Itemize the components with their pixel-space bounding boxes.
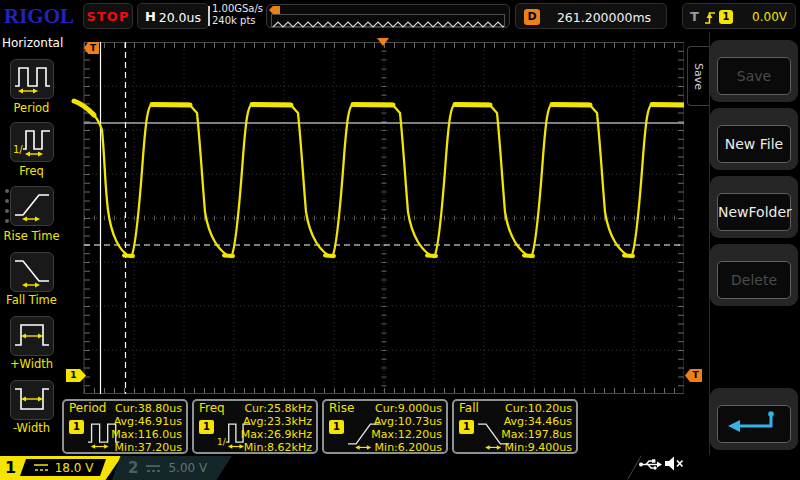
trigger-label: T	[690, 9, 699, 24]
softkey-save[interactable]: Save	[710, 40, 798, 102]
run-state-badge: STOP	[83, 3, 133, 29]
trigger-level-value: 0.00V	[752, 10, 787, 24]
menu-label-minus-width: -Width	[0, 421, 63, 435]
stat-avg: Avg:34.46us	[504, 415, 572, 428]
timebase-value: 20.0us	[159, 10, 201, 25]
delete-button[interactable]: Delete	[717, 261, 791, 299]
delay-block: D 261.200000ms	[515, 3, 667, 29]
stat-max: Max:12.20us	[371, 428, 442, 441]
menu-label-fall-time: Fall Time	[0, 293, 63, 307]
acquisition-info: 1.00GSa/s 240k pts	[212, 3, 264, 29]
measurement-name: Fall	[459, 401, 479, 415]
softkey-delete[interactable]: Delete	[710, 244, 798, 306]
trigger-position-preview-icon	[269, 6, 280, 14]
measurement-name: Freq	[199, 401, 225, 415]
softkey-back[interactable]	[710, 388, 798, 450]
svg-text:1/: 1/	[217, 437, 227, 447]
channel-badge: 1	[459, 420, 474, 434]
stat-avg: Avg:23.3kHz	[243, 415, 312, 428]
trigger-source-badge: 1	[719, 10, 733, 24]
stat-min: Min:6.200us	[375, 441, 442, 454]
back-button[interactable]	[717, 405, 791, 443]
menu-page-dot	[5, 189, 9, 193]
measurement-name: Rise	[329, 401, 354, 415]
channel1-number: 1	[5, 458, 16, 477]
period-icon	[11, 60, 53, 98]
measurement-panel-fall[interactable]: Fall 1 Cur:10.20us Avg:34.46us Max:197.8…	[452, 399, 578, 454]
channel2-scale: 5.00 V	[168, 461, 207, 475]
softkey-new-folder[interactable]: NewFolder	[710, 176, 798, 238]
measurement-panel-period[interactable]: Period 1 Cur:38.80us Avg:46.91us Max:116…	[62, 399, 188, 454]
menu-page-dot	[5, 219, 9, 223]
stat-max: Max:116.0us	[111, 428, 182, 441]
channel-badge: 1	[69, 420, 84, 434]
memory-depth: 240k pts	[212, 15, 264, 27]
menu-label-plus-width: +Width	[0, 357, 63, 371]
channel-badge: 1	[199, 420, 214, 434]
channel1-status[interactable]: 1 18.0 V	[0, 456, 122, 480]
graticule	[64, 42, 684, 395]
channel1-scale: 18.0 V	[55, 461, 94, 475]
menu-button-fall-time[interactable]	[10, 252, 54, 292]
rise-time-icon	[11, 187, 53, 225]
freq-icon: 1/	[11, 123, 53, 161]
channel2-number: 2	[128, 459, 138, 477]
usb-icon	[638, 457, 662, 472]
delay-value: 261.200000ms	[546, 10, 662, 25]
stat-cur: Cur:10.20us	[505, 402, 572, 415]
stat-max: Max:197.8us	[501, 428, 572, 441]
stat-cur: Cur:9.000us	[375, 402, 442, 415]
stat-max: Max:26.9kHz	[241, 428, 312, 441]
timebase-block: H 20.0us	[137, 3, 209, 29]
menu-button-rise-time[interactable]	[10, 186, 54, 226]
trigger-level-marker[interactable]: T	[685, 369, 702, 382]
dc-coupling-icon	[145, 464, 161, 473]
channel-badge: 1	[329, 420, 344, 434]
timebase-label: H	[145, 9, 156, 24]
trigger-block: T 1 0.00V	[682, 3, 796, 29]
stat-cur: Cur:25.8kHz	[244, 402, 312, 415]
stat-cur: Cur:38.80us	[115, 402, 182, 415]
fall-time-icon	[11, 253, 53, 291]
softkey-new-file[interactable]: New File	[710, 108, 798, 170]
trigger-position-marker-icon[interactable]	[377, 38, 389, 46]
menu-button-freq[interactable]: 1/	[10, 122, 54, 162]
measurement-panel-rise[interactable]: Rise 1 Cur:9.000us Avg:10.73us Max:12.20…	[322, 399, 448, 454]
right-menu-tab: Save	[687, 46, 709, 106]
memory-waveform-icon	[272, 19, 504, 30]
svg-text:1/: 1/	[13, 144, 23, 155]
stat-avg: Avg:10.73us	[374, 415, 442, 428]
stat-min: Min:8.62kHz	[244, 441, 312, 454]
menu-button-plus-width[interactable]	[10, 316, 54, 356]
stat-min: Min:37.20us	[115, 441, 182, 454]
rigol-logo: RIGOL	[4, 4, 74, 29]
menu-button-period[interactable]	[10, 59, 54, 99]
return-arrow-icon	[719, 406, 789, 436]
waveform-memory-preview[interactable]	[266, 4, 510, 28]
menu-button-minus-width[interactable]	[10, 380, 54, 420]
left-menu-title: Horizontal	[2, 36, 64, 50]
delay-badge: D	[524, 9, 540, 25]
save-button[interactable]: Save	[717, 57, 791, 95]
channel1-scale-box: 18.0 V	[20, 459, 106, 476]
memory-waveform-strip	[271, 14, 505, 27]
menu-label-period: Period	[0, 101, 63, 115]
minus-width-icon	[11, 381, 53, 419]
sample-rate: 1.00GSa/s	[212, 3, 264, 15]
dc-coupling-icon	[33, 463, 49, 472]
menu-label-freq: Freq	[0, 164, 63, 178]
new-file-button[interactable]: New File	[717, 125, 791, 163]
new-folder-button[interactable]: NewFolder	[717, 193, 791, 231]
menu-page-dot	[5, 209, 9, 213]
menu-label-rise-time: Rise Time	[0, 229, 63, 243]
channel2-status[interactable]: 2 5.00 V	[112, 456, 232, 480]
memory-depth-icon	[208, 6, 210, 26]
menu-page-dot	[5, 199, 9, 203]
stat-min: Min:9.400us	[505, 441, 572, 454]
plus-width-icon	[11, 317, 53, 355]
rising-edge-icon	[704, 10, 717, 25]
stat-avg: Avg:46.91us	[114, 415, 182, 428]
measurement-panel-freq[interactable]: Freq 1 1/ Cur:25.8kHz Avg:23.3kHz Max:26…	[192, 399, 318, 454]
speaker-muted-icon	[664, 455, 684, 472]
oscilloscope-screen: RIGOL STOP H 20.0us 1.00GSa/s 240k pts D…	[0, 0, 800, 480]
